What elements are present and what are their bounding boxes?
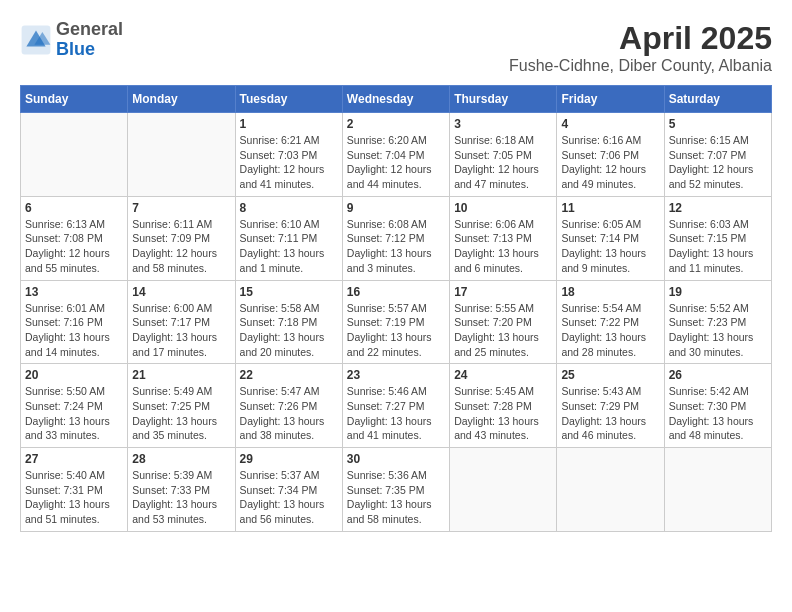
day-info: Sunrise: 5:43 AMSunset: 7:29 PMDaylight:…	[561, 384, 659, 443]
calendar-cell: 7Sunrise: 6:11 AMSunset: 7:09 PMDaylight…	[128, 196, 235, 280]
weekday-header-saturday: Saturday	[664, 86, 771, 113]
week-row-1: 1Sunrise: 6:21 AMSunset: 7:03 PMDaylight…	[21, 113, 772, 197]
calendar-cell: 9Sunrise: 6:08 AMSunset: 7:12 PMDaylight…	[342, 196, 449, 280]
week-row-4: 20Sunrise: 5:50 AMSunset: 7:24 PMDayligh…	[21, 364, 772, 448]
day-info: Sunrise: 6:11 AMSunset: 7:09 PMDaylight:…	[132, 217, 230, 276]
day-number: 23	[347, 368, 445, 382]
week-row-5: 27Sunrise: 5:40 AMSunset: 7:31 PMDayligh…	[21, 448, 772, 532]
day-info: Sunrise: 6:10 AMSunset: 7:11 PMDaylight:…	[240, 217, 338, 276]
day-info: Sunrise: 5:49 AMSunset: 7:25 PMDaylight:…	[132, 384, 230, 443]
day-info: Sunrise: 6:20 AMSunset: 7:04 PMDaylight:…	[347, 133, 445, 192]
calendar-cell: 4Sunrise: 6:16 AMSunset: 7:06 PMDaylight…	[557, 113, 664, 197]
logo-blue: Blue	[56, 40, 123, 60]
calendar-cell: 8Sunrise: 6:10 AMSunset: 7:11 PMDaylight…	[235, 196, 342, 280]
day-number: 11	[561, 201, 659, 215]
calendar-cell: 14Sunrise: 6:00 AMSunset: 7:17 PMDayligh…	[128, 280, 235, 364]
weekday-header-monday: Monday	[128, 86, 235, 113]
weekday-header-row: SundayMondayTuesdayWednesdayThursdayFrid…	[21, 86, 772, 113]
day-info: Sunrise: 5:45 AMSunset: 7:28 PMDaylight:…	[454, 384, 552, 443]
day-number: 5	[669, 117, 767, 131]
day-number: 21	[132, 368, 230, 382]
day-info: Sunrise: 6:00 AMSunset: 7:17 PMDaylight:…	[132, 301, 230, 360]
day-info: Sunrise: 5:50 AMSunset: 7:24 PMDaylight:…	[25, 384, 123, 443]
calendar-cell: 2Sunrise: 6:20 AMSunset: 7:04 PMDaylight…	[342, 113, 449, 197]
calendar-cell	[21, 113, 128, 197]
calendar-cell: 17Sunrise: 5:55 AMSunset: 7:20 PMDayligh…	[450, 280, 557, 364]
day-number: 28	[132, 452, 230, 466]
day-number: 17	[454, 285, 552, 299]
day-info: Sunrise: 6:16 AMSunset: 7:06 PMDaylight:…	[561, 133, 659, 192]
day-info: Sunrise: 6:18 AMSunset: 7:05 PMDaylight:…	[454, 133, 552, 192]
day-info: Sunrise: 5:54 AMSunset: 7:22 PMDaylight:…	[561, 301, 659, 360]
day-info: Sunrise: 6:03 AMSunset: 7:15 PMDaylight:…	[669, 217, 767, 276]
day-number: 13	[25, 285, 123, 299]
day-info: Sunrise: 5:39 AMSunset: 7:33 PMDaylight:…	[132, 468, 230, 527]
day-info: Sunrise: 6:21 AMSunset: 7:03 PMDaylight:…	[240, 133, 338, 192]
day-number: 6	[25, 201, 123, 215]
day-number: 18	[561, 285, 659, 299]
day-info: Sunrise: 5:46 AMSunset: 7:27 PMDaylight:…	[347, 384, 445, 443]
calendar-cell: 21Sunrise: 5:49 AMSunset: 7:25 PMDayligh…	[128, 364, 235, 448]
day-info: Sunrise: 6:06 AMSunset: 7:13 PMDaylight:…	[454, 217, 552, 276]
day-info: Sunrise: 5:40 AMSunset: 7:31 PMDaylight:…	[25, 468, 123, 527]
calendar-cell	[128, 113, 235, 197]
day-number: 2	[347, 117, 445, 131]
calendar-cell: 27Sunrise: 5:40 AMSunset: 7:31 PMDayligh…	[21, 448, 128, 532]
day-info: Sunrise: 6:13 AMSunset: 7:08 PMDaylight:…	[25, 217, 123, 276]
day-number: 8	[240, 201, 338, 215]
weekday-header-wednesday: Wednesday	[342, 86, 449, 113]
calendar-cell	[664, 448, 771, 532]
day-info: Sunrise: 6:08 AMSunset: 7:12 PMDaylight:…	[347, 217, 445, 276]
calendar-cell	[450, 448, 557, 532]
week-row-2: 6Sunrise: 6:13 AMSunset: 7:08 PMDaylight…	[21, 196, 772, 280]
day-number: 1	[240, 117, 338, 131]
day-number: 26	[669, 368, 767, 382]
calendar-cell: 24Sunrise: 5:45 AMSunset: 7:28 PMDayligh…	[450, 364, 557, 448]
calendar-cell: 18Sunrise: 5:54 AMSunset: 7:22 PMDayligh…	[557, 280, 664, 364]
day-info: Sunrise: 5:58 AMSunset: 7:18 PMDaylight:…	[240, 301, 338, 360]
day-info: Sunrise: 5:55 AMSunset: 7:20 PMDaylight:…	[454, 301, 552, 360]
calendar-cell	[557, 448, 664, 532]
calendar-cell: 30Sunrise: 5:36 AMSunset: 7:35 PMDayligh…	[342, 448, 449, 532]
calendar-cell: 22Sunrise: 5:47 AMSunset: 7:26 PMDayligh…	[235, 364, 342, 448]
day-number: 14	[132, 285, 230, 299]
day-number: 3	[454, 117, 552, 131]
week-row-3: 13Sunrise: 6:01 AMSunset: 7:16 PMDayligh…	[21, 280, 772, 364]
day-number: 7	[132, 201, 230, 215]
day-info: Sunrise: 6:05 AMSunset: 7:14 PMDaylight:…	[561, 217, 659, 276]
logo-text: General Blue	[56, 20, 123, 60]
day-info: Sunrise: 5:36 AMSunset: 7:35 PMDaylight:…	[347, 468, 445, 527]
day-info: Sunrise: 5:42 AMSunset: 7:30 PMDaylight:…	[669, 384, 767, 443]
day-info: Sunrise: 5:37 AMSunset: 7:34 PMDaylight:…	[240, 468, 338, 527]
day-number: 27	[25, 452, 123, 466]
logo: General Blue	[20, 20, 123, 60]
day-number: 9	[347, 201, 445, 215]
day-number: 20	[25, 368, 123, 382]
day-number: 15	[240, 285, 338, 299]
calendar-cell: 23Sunrise: 5:46 AMSunset: 7:27 PMDayligh…	[342, 364, 449, 448]
day-number: 25	[561, 368, 659, 382]
day-number: 30	[347, 452, 445, 466]
day-number: 24	[454, 368, 552, 382]
day-number: 19	[669, 285, 767, 299]
weekday-header-friday: Friday	[557, 86, 664, 113]
calendar-cell: 11Sunrise: 6:05 AMSunset: 7:14 PMDayligh…	[557, 196, 664, 280]
day-info: Sunrise: 6:15 AMSunset: 7:07 PMDaylight:…	[669, 133, 767, 192]
calendar-cell: 13Sunrise: 6:01 AMSunset: 7:16 PMDayligh…	[21, 280, 128, 364]
logo-general: General	[56, 20, 123, 40]
day-number: 22	[240, 368, 338, 382]
weekday-header-sunday: Sunday	[21, 86, 128, 113]
title-block: April 2025 Fushe-Cidhne, Diber County, A…	[509, 20, 772, 75]
calendar-cell: 29Sunrise: 5:37 AMSunset: 7:34 PMDayligh…	[235, 448, 342, 532]
calendar-cell: 19Sunrise: 5:52 AMSunset: 7:23 PMDayligh…	[664, 280, 771, 364]
calendar-cell: 25Sunrise: 5:43 AMSunset: 7:29 PMDayligh…	[557, 364, 664, 448]
logo-icon	[20, 24, 52, 56]
calendar-cell: 16Sunrise: 5:57 AMSunset: 7:19 PMDayligh…	[342, 280, 449, 364]
calendar-cell: 6Sunrise: 6:13 AMSunset: 7:08 PMDaylight…	[21, 196, 128, 280]
day-info: Sunrise: 5:57 AMSunset: 7:19 PMDaylight:…	[347, 301, 445, 360]
month-title: April 2025	[509, 20, 772, 57]
calendar-cell: 5Sunrise: 6:15 AMSunset: 7:07 PMDaylight…	[664, 113, 771, 197]
location-title: Fushe-Cidhne, Diber County, Albania	[509, 57, 772, 75]
day-number: 12	[669, 201, 767, 215]
calendar-cell: 1Sunrise: 6:21 AMSunset: 7:03 PMDaylight…	[235, 113, 342, 197]
